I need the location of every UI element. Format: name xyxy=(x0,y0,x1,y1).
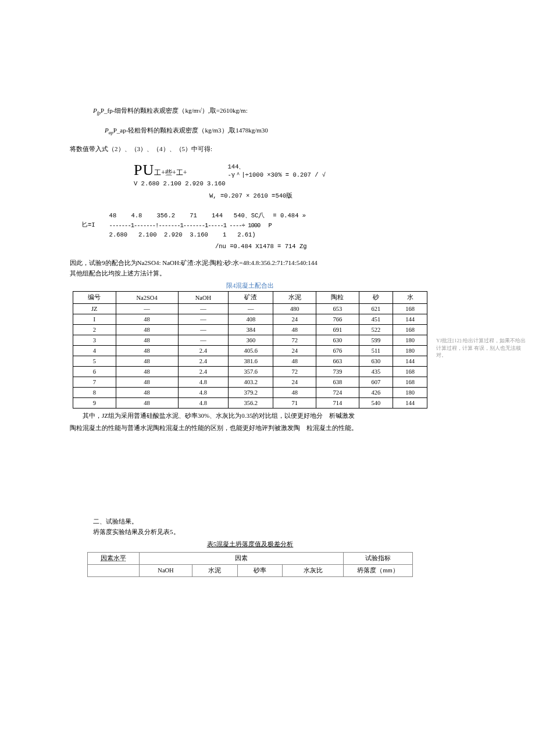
table-cell: 48 xyxy=(116,325,178,335)
t5-header: 水灰比 xyxy=(283,564,344,576)
table-cell: 48 xyxy=(116,388,178,398)
table-cell: 3 xyxy=(73,335,116,346)
table-cell: 168 xyxy=(393,367,427,377)
table-cell: 766 xyxy=(316,314,359,325)
table-cell: 451 xyxy=(359,314,393,325)
table-cell: 357.6 xyxy=(229,367,273,377)
table-cell: 381.6 xyxy=(229,356,273,367)
table-row: 248—38448691522168 xyxy=(73,325,427,335)
table-cell: 72 xyxy=(273,335,316,346)
table-cell: 24 xyxy=(273,346,316,356)
table-cell: 607 xyxy=(359,377,393,388)
t4-header: 水泥 xyxy=(273,292,316,304)
table-cell: 540 xyxy=(359,398,393,409)
table-cell: 48 xyxy=(116,367,178,377)
table-row: JZ———480653621168 xyxy=(73,304,427,314)
table-cell: 144 xyxy=(393,314,427,325)
table-row: 5482.4381.648663630144 xyxy=(73,356,427,367)
table-cell: 724 xyxy=(316,388,359,398)
table-cell: — xyxy=(178,314,228,325)
sec2-title: 二、试验结果。 xyxy=(93,517,430,526)
other-calc: 其他组配合比均按上述方法计算。 xyxy=(70,269,430,278)
table-cell: 621 xyxy=(359,304,393,314)
table-cell: — xyxy=(116,304,178,314)
table-cell: 24 xyxy=(273,314,316,325)
table-cell: 7 xyxy=(73,377,116,388)
t4-note1: 其中，JZ组为采用普通硅酸盐水泥、砂率30%、水灰比为0.35的对比组，以便更好… xyxy=(83,412,355,419)
comment-label: YJ批注[12]: xyxy=(436,338,463,343)
table-cell: 4 xyxy=(73,346,116,356)
nu-line: /nu =0.484 X1478 = 714 Zg xyxy=(215,243,430,250)
table-cell: 24 xyxy=(273,377,316,388)
t4-header: 编号 xyxy=(73,292,116,304)
table-cell: 48 xyxy=(116,314,178,325)
table-row: I48—40824766451144 xyxy=(73,314,427,325)
table-cell: 630 xyxy=(316,335,359,346)
w-line: W, =0.207 × 2610 =540版 xyxy=(209,192,430,200)
table-cell: 180 xyxy=(393,388,427,398)
table-cell: 2.4 xyxy=(178,346,228,356)
therefore: 因此，试验9的配合比为Na2SO4: NaOH:矿渣:水泥:陶粒:砂:水=48:… xyxy=(70,259,430,267)
table-cell: 168 xyxy=(393,304,427,314)
table-cell: 4.8 xyxy=(178,377,228,388)
table-cell: 48 xyxy=(116,377,178,388)
table-cell: 71 xyxy=(273,398,316,409)
t4-note2: 陶粒混凝土的性能与普通水泥陶粒混凝土的性能的区别，也能更好地评判被激发陶 粒混凝… xyxy=(70,424,430,432)
table-row: 7484.8403.224638607168 xyxy=(73,377,427,388)
table-cell: 653 xyxy=(316,304,359,314)
t5-h1-mid: 因素 xyxy=(140,552,344,564)
table-cell: 48 xyxy=(116,346,178,356)
t4-header: 水 xyxy=(393,292,427,304)
table-row: 348—36072630599180 xyxy=(73,335,427,346)
table-cell: 4.8 xyxy=(178,398,228,409)
pu-right2: -γ＾|÷1000 ×30% = 0.207 / √ xyxy=(228,171,326,180)
t5-header xyxy=(88,564,140,576)
t4-header: 砂 xyxy=(359,292,393,304)
t4-header: Na2SO4 xyxy=(116,292,178,304)
table-cell: 384 xyxy=(229,325,273,335)
table-cell: 5 xyxy=(73,356,116,367)
table-4: 编号Na2SO4NaOH矿渣水泥陶粒砂水 JZ———480653621168I4… xyxy=(73,291,427,409)
table-cell: 48 xyxy=(273,325,316,335)
hi-top: 48 4.8 356.2 71 144 540、SC八 xyxy=(109,212,265,220)
t5-caption: 表5混凝土坍落度值及极差分析 xyxy=(70,540,430,549)
table-cell: 599 xyxy=(359,335,393,346)
hi-eq: = 0.484 » xyxy=(273,212,306,219)
t5-h1-right: 试验指标 xyxy=(344,552,413,564)
table-cell: 522 xyxy=(359,325,393,335)
bring-in: 将数值带入式（2）、（3）、（4）、（5）中可得: xyxy=(70,145,430,153)
pu-right1: 144、 xyxy=(228,163,326,171)
pu-symbol: PU xyxy=(134,162,154,178)
t4-caption: 限4混凝土配合出 xyxy=(70,281,430,290)
table-cell: 2.4 xyxy=(178,367,228,377)
table-cell: 403.2 xyxy=(229,377,273,388)
sec2-line: 坍落度实验结果及分析见表5。 xyxy=(93,528,430,536)
table-cell: 144 xyxy=(393,398,427,409)
t5-header: NaOH xyxy=(140,564,192,576)
table-cell: 676 xyxy=(316,346,359,356)
table-cell: 663 xyxy=(316,356,359,367)
table-cell: 48 xyxy=(116,356,178,367)
pu-suffix: 工+些+工+ xyxy=(154,169,187,177)
table-cell: 48 xyxy=(273,356,316,367)
table-row: 4482.4405.624676511180 xyxy=(73,346,427,356)
table-cell: 72 xyxy=(273,367,316,377)
table-cell: 48 xyxy=(116,335,178,346)
def-coarse: P_ap-轻粗骨料的颗粒表观密度（kg/m3）,取1478kg/m30 xyxy=(113,127,268,134)
table-cell: 480 xyxy=(273,304,316,314)
table-cell: JZ xyxy=(73,304,116,314)
table-cell: 2.4 xyxy=(178,356,228,367)
table-cell: — xyxy=(229,304,273,314)
table-cell: — xyxy=(178,304,228,314)
t4-header: 矿渣 xyxy=(229,292,273,304)
table-cell: 714 xyxy=(316,398,359,409)
t5-h1-left: 因素水平 xyxy=(88,552,140,564)
def-fine: P_fp-细骨料的颗粒表观密度（kg/m√）,取=2610kg/m: xyxy=(101,107,248,114)
table-row: 6482.4357.672739435168 xyxy=(73,367,427,377)
table-cell: 511 xyxy=(359,346,393,356)
table-cell: 356.2 xyxy=(229,398,273,409)
table-cell: 48 xyxy=(116,398,178,409)
hi-bot: 2.680 2.100 2.920 3.160 1 2.61) xyxy=(109,231,306,238)
table-cell: 8 xyxy=(73,388,116,398)
t4-header: 陶粒 xyxy=(316,292,359,304)
